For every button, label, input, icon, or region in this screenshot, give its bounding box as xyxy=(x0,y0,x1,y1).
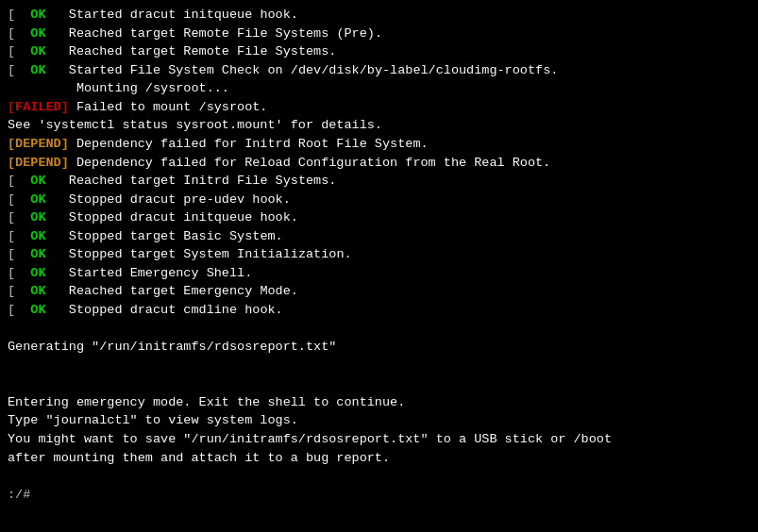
terminal-line: Type "journalctl" to view system logs. xyxy=(8,411,750,430)
line-text: Mounting /sysroot... xyxy=(8,79,229,98)
terminal-line: [ OK Reached target Remote File Systems. xyxy=(8,42,750,61)
ok-badge: OK xyxy=(23,61,53,80)
bracket-open: [ xyxy=(8,227,23,246)
bracket-open: [ xyxy=(8,208,23,227)
terminal-line: See 'systemctl status sysroot.mount' for… xyxy=(8,116,750,135)
terminal-line: [ OK Stopped dracut initqueue hook. xyxy=(8,208,750,227)
line-text: Type "journalctl" to view system logs. xyxy=(8,411,298,430)
bracket-open: [ xyxy=(8,6,23,25)
terminal-line: You might want to save "/run/initramfs/r… xyxy=(8,430,750,449)
line-text: Reached target Emergency Mode. xyxy=(61,282,298,301)
terminal-line: [ OK Stopped dracut cmdline hook. xyxy=(8,301,750,320)
ok-badge: OK xyxy=(23,301,53,320)
ok-badge: OK xyxy=(23,282,53,301)
line-text: Stopped dracut initqueue hook. xyxy=(61,208,298,227)
prompt-text: :/# xyxy=(8,486,38,505)
line-text: after mounting them and attach it to a b… xyxy=(8,449,390,468)
ok-badge: OK xyxy=(23,264,53,283)
terminal-line: after mounting them and attach it to a b… xyxy=(8,449,750,468)
line-text: You might want to save "/run/initramfs/r… xyxy=(8,430,612,449)
ok-badge: OK xyxy=(23,245,53,264)
bracket-close xyxy=(54,6,61,25)
bracket-close xyxy=(54,301,61,320)
terminal-line xyxy=(8,357,750,375)
bracket-close xyxy=(54,282,61,301)
terminal-line: [ OK Stopped dracut pre-udev hook. xyxy=(8,191,750,209)
ok-badge: OK xyxy=(23,191,53,209)
line-text: Reached target Initrd File Systems. xyxy=(61,172,337,191)
terminal-line: Mounting /sysroot... xyxy=(8,79,750,98)
depend-badge: [DEPEND] xyxy=(8,154,69,173)
terminal-line: [ OK Reached target Emergency Mode. xyxy=(8,282,750,301)
bracket-close xyxy=(54,264,61,283)
bracket-close xyxy=(54,245,61,264)
bracket-open: [ xyxy=(8,25,23,43)
ok-badge: OK xyxy=(23,42,53,61)
bracket-open: [ xyxy=(8,191,23,209)
bracket-close xyxy=(54,25,61,43)
terminal-line: [DEPEND] Dependency failed for Initrd Ro… xyxy=(8,135,750,154)
line-text: Failed to mount /sysroot. xyxy=(69,98,268,117)
bracket-open: [ xyxy=(8,301,23,320)
terminal-line xyxy=(8,374,750,393)
terminal-line: [ OK Started dracut initqueue hook. xyxy=(8,6,750,25)
bracket-open: [ xyxy=(8,245,23,264)
bracket-close xyxy=(54,172,61,191)
line-text: Started dracut initqueue hook. xyxy=(61,6,298,25)
terminal-line: [ OK Reached target Remote File Systems … xyxy=(8,25,750,43)
line-text: Dependency failed for Reload Configurati… xyxy=(69,154,550,173)
line-text: Generating "/run/initramfs/rdsosreport.t… xyxy=(8,338,336,357)
ok-badge: OK xyxy=(23,25,53,43)
terminal-line: [ OK Started Emergency Shell. xyxy=(8,264,750,283)
ok-badge: OK xyxy=(23,227,53,246)
bracket-open: [ xyxy=(8,264,23,283)
bracket-open: [ xyxy=(8,61,23,80)
terminal-line: [ OK Started File System Check on /dev/d… xyxy=(8,61,750,80)
depend-badge: [DEPEND] xyxy=(8,135,69,154)
bracket-open: [ xyxy=(8,42,23,61)
terminal-line: :/# xyxy=(8,486,750,505)
terminal-line: [ OK Reached target Initrd File Systems. xyxy=(8,172,750,191)
bracket-open: [ xyxy=(8,282,23,301)
terminal-line: [ OK Stopped target Basic System. xyxy=(8,227,750,246)
line-text: See 'systemctl status sysroot.mount' for… xyxy=(8,116,382,135)
line-text: Stopped dracut cmdline hook. xyxy=(61,301,283,320)
bracket-close xyxy=(54,42,61,61)
bracket-close xyxy=(54,191,61,209)
terminal-line: Entering emergency mode. Exit the shell … xyxy=(8,393,750,412)
bracket-open: [ xyxy=(8,172,23,191)
terminal-line: [FAILED] Failed to mount /sysroot. xyxy=(8,98,750,117)
bracket-close xyxy=(54,227,61,246)
line-text: Started Emergency Shell. xyxy=(61,264,253,283)
terminal-line: [ OK Stopped target System Initializatio… xyxy=(8,245,750,264)
terminal-line: Generating "/run/initramfs/rdsosreport.t… xyxy=(8,338,750,357)
terminal-line xyxy=(8,467,750,486)
line-text: Stopped target Basic System. xyxy=(61,227,283,246)
ok-badge: OK xyxy=(23,6,53,25)
terminal-screen: [ OK Started dracut initqueue hook.[ OK … xyxy=(0,0,758,532)
failed-badge: [FAILED] xyxy=(8,98,69,117)
line-text: Entering emergency mode. Exit the shell … xyxy=(8,393,405,412)
ok-badge: OK xyxy=(23,208,53,227)
line-text: Stopped dracut pre-udev hook. xyxy=(61,191,291,209)
line-text: Stopped target System Initialization. xyxy=(61,245,352,264)
line-text: Started File System Check on /dev/disk/b… xyxy=(61,61,559,80)
bracket-close xyxy=(54,208,61,227)
bracket-close xyxy=(54,61,61,80)
line-text: Reached target Remote File Systems (Pre)… xyxy=(61,25,382,43)
terminal-line: [DEPEND] Dependency failed for Reload Co… xyxy=(8,154,750,173)
line-text: Dependency failed for Initrd Root File S… xyxy=(69,135,429,154)
line-text: Reached target Remote File Systems. xyxy=(61,42,337,61)
terminal-line xyxy=(8,320,750,339)
ok-badge: OK xyxy=(23,172,53,191)
